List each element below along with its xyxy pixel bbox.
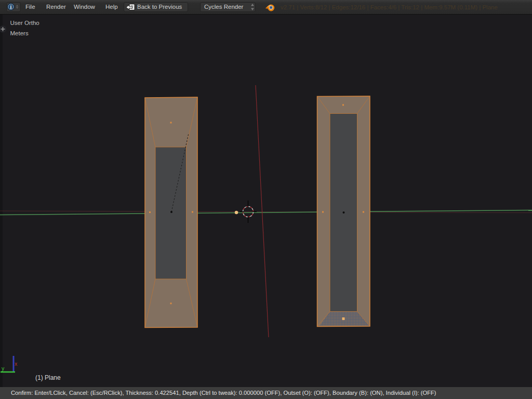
svg-text:y: y (2, 365, 5, 371)
svg-text:x: x (15, 361, 18, 367)
svg-text:i: i (10, 4, 12, 10)
